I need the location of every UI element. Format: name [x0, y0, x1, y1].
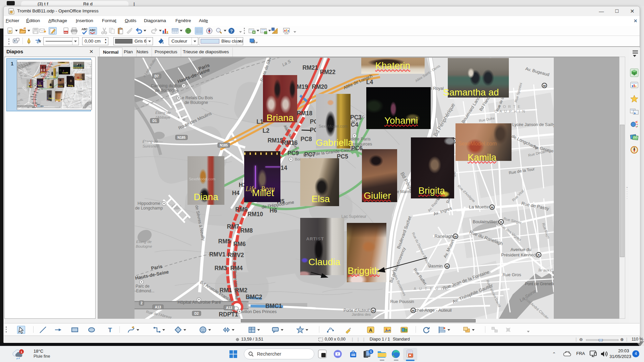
- svg-text:T: T: [337, 353, 339, 356]
- svg-text:A: A: [369, 327, 372, 333]
- svg-text:ABC: ABC: [90, 28, 96, 32]
- svg-text:6: 6: [370, 350, 372, 354]
- svg-text:ABC: ABC: [82, 27, 88, 31]
- svg-text:?: ?: [230, 28, 233, 34]
- svg-text:T: T: [108, 326, 112, 334]
- svg-text:PDF: PDF: [64, 32, 68, 34]
- svg-text:1: 1: [20, 350, 22, 354]
- svg-text:N: N: [634, 147, 635, 149]
